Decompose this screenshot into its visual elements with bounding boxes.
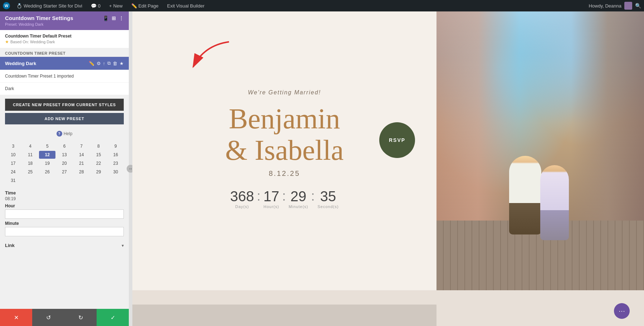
cal-day-15[interactable]: 15 (91, 151, 107, 159)
cal-day-10[interactable]: 10 (5, 151, 21, 159)
save-button[interactable]: ✓ (97, 309, 129, 326)
exit-builder-link[interactable]: Exit Visual Builder (165, 0, 207, 11)
cal-day-7[interactable]: 7 (73, 142, 90, 150)
panel-title-icons: 📱 ⊞ ⋮ (103, 15, 124, 21)
minute-input[interactable] (5, 227, 124, 236)
cal-day-24[interactable]: 24 (5, 168, 21, 176)
cal-day-16[interactable]: 16 (107, 151, 124, 159)
responsive-icon[interactable]: 📱 (103, 15, 109, 21)
cal-day-22[interactable]: 22 (91, 159, 107, 167)
cal-day-4[interactable]: 4 (22, 142, 39, 150)
countdown-hours: 17 Hour(s) (263, 188, 279, 209)
redo-button[interactable]: ↻ (64, 309, 97, 326)
more-options-button[interactable]: ⋯ (614, 303, 630, 319)
more-icon[interactable]: ⋮ (119, 15, 124, 21)
active-preset-name: Wedding Dark (5, 61, 36, 66)
new-link[interactable]: + New (107, 0, 125, 11)
help-section: ? Help (0, 128, 129, 139)
cal-day-5[interactable]: 5 (39, 142, 55, 150)
hour-input[interactable] (5, 209, 124, 219)
edit-page-link[interactable]: ✏️ Edit Page (129, 0, 161, 11)
countdown-minutes-label: Minute(s) (289, 204, 308, 209)
cal-day-12-active[interactable]: 12 (39, 151, 55, 159)
countdown-days: 368 Day(s) (230, 188, 254, 209)
wedding-right-photo (436, 11, 644, 290)
default-preset-item[interactable]: Countdown Timer Default Preset ★ Based O… (0, 30, 129, 48)
create-preset-button[interactable]: CREATE NEW PRESET FROM CURRENT STYLES (5, 99, 124, 111)
cal-day-27[interactable]: 27 (56, 168, 73, 176)
cal-day-23[interactable]: 23 (107, 159, 124, 167)
wedding-page: We're Getting Married! Benjamin & Isabel… (132, 11, 644, 290)
cal-day-9[interactable]: 9 (107, 142, 124, 150)
cal-day-18[interactable]: 18 (22, 159, 39, 167)
help-icon: ? (57, 131, 62, 137)
cal-day-26[interactable]: 26 (39, 168, 55, 176)
countdown-seconds: 35 Second(s) (318, 188, 339, 209)
cal-day-30[interactable]: 30 (107, 168, 124, 176)
layout-icon[interactable]: ⊞ (112, 15, 116, 21)
countdown-seconds-num: 35 (318, 188, 339, 204)
duplicate-preset-icon[interactable]: ⧉ (107, 60, 111, 66)
panel-subtitle[interactable]: Preset: Wedding Dark (5, 22, 124, 26)
avatar (624, 2, 632, 10)
wedding-names: Benjamin & Isabella (225, 103, 344, 166)
cal-day-25[interactable]: 25 (22, 168, 39, 176)
plus-icon: + (109, 3, 112, 9)
countdown-minutes-num: 29 (289, 188, 308, 204)
resize-handle[interactable]: ↔ (129, 11, 132, 326)
redo-icon: ↻ (78, 314, 83, 321)
cal-day-20[interactable]: 20 (56, 159, 73, 167)
main-content: We're Getting Married! Benjamin & Isabel… (132, 11, 644, 326)
panel-title-row: Countdown Timer Settings 📱 ⊞ ⋮ (5, 15, 124, 21)
comments-link[interactable]: 💬 0 (89, 0, 103, 11)
cal-day-14[interactable]: 14 (73, 151, 90, 159)
calendar-section: 3 4 5 6 7 8 9 10 11 12 13 14 15 16 17 (0, 139, 129, 187)
search-icon[interactable]: 🔍 (635, 3, 641, 9)
help-button[interactable]: ? Help (57, 131, 73, 137)
settings-preset-icon[interactable]: ⚙ (97, 61, 101, 66)
cal-day-19[interactable]: 19 (39, 159, 55, 167)
admin-bar-right: Howdy, Deanna 🔍 (589, 2, 641, 10)
cal-day-31[interactable]: 31 (5, 177, 21, 184)
bottom-bar: ✕ ↺ ↻ ✓ (0, 309, 129, 326)
building-right (571, 11, 644, 248)
cal-day-28[interactable]: 28 (73, 168, 90, 176)
link-header[interactable]: Link ▾ (5, 243, 124, 248)
time-label: Time (5, 190, 124, 196)
pencil-icon: ✏️ (131, 3, 137, 9)
main-layout: Countdown Timer Settings 📱 ⊞ ⋮ Preset: W… (0, 11, 644, 326)
star-preset-icon[interactable]: ★ (119, 61, 124, 66)
calendar-grid: 3 4 5 6 7 8 9 10 11 12 13 14 15 16 17 (5, 142, 124, 184)
undo-button[interactable]: ↺ (32, 309, 64, 326)
cal-day-6[interactable]: 6 (56, 142, 73, 150)
add-preset-button[interactable]: ADD NEW PRESET (5, 113, 124, 124)
edit-preset-icon[interactable]: ✏️ (89, 61, 94, 66)
rsvp-button[interactable]: RSVP (379, 122, 415, 158)
cal-day-13[interactable]: 13 (56, 151, 73, 159)
left-panel: Countdown Timer Settings 📱 ⊞ ⋮ Preset: W… (0, 11, 129, 326)
default-preset-sub: ★ Based On: Wedding Dark (5, 39, 124, 44)
cal-day-21[interactable]: 21 (73, 159, 90, 167)
admin-bar: W 💍 Wedding Starter Site for Divi 💬 0 + … (0, 0, 644, 11)
wordpress-logo[interactable]: W (3, 2, 10, 9)
cancel-button[interactable]: ✕ (0, 309, 32, 326)
site-name-link[interactable]: 💍 Wedding Starter Site for Divi (14, 0, 84, 11)
link-chevron-down-icon: ▾ (122, 243, 124, 248)
cal-day-17[interactable]: 17 (5, 159, 21, 167)
panel-title-text: Countdown Timer Settings (5, 15, 73, 21)
countdown-hours-num: 17 (263, 188, 279, 204)
gray-bottom-bar (132, 305, 436, 326)
preset-list-item-1[interactable]: Dark (0, 83, 129, 95)
cal-day-11[interactable]: 11 (22, 151, 39, 159)
export-preset-icon[interactable]: ↑ (103, 61, 106, 66)
preset-buttons: CREATE NEW PRESET FROM CURRENT STYLES AD… (0, 95, 129, 128)
cal-day-3[interactable]: 3 (5, 142, 21, 150)
comment-icon: 💬 (91, 3, 97, 9)
panel-content: Countdown Timer Default Preset ★ Based O… (0, 30, 129, 309)
cal-day-29[interactable]: 29 (91, 168, 107, 176)
preset-list-item-0[interactable]: Countdown Timer Preset 1 imported (0, 70, 129, 82)
cal-day-8[interactable]: 8 (91, 142, 107, 150)
active-preset-item[interactable]: Wedding Dark ✏️ ⚙ ↑ ⧉ 🗑 ★ (0, 57, 129, 70)
delete-preset-icon[interactable]: 🗑 (113, 61, 117, 66)
countdown-sep-2: : (279, 188, 289, 204)
